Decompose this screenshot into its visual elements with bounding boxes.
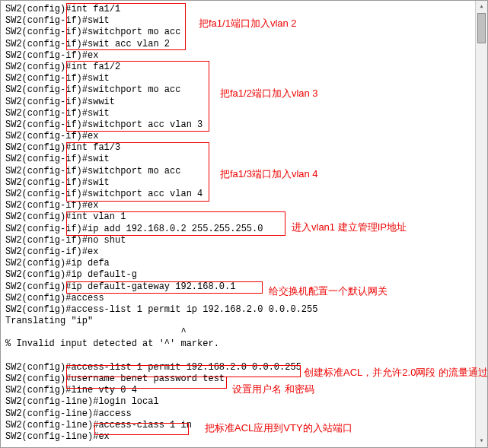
terminal-line: SW2(config)#int fa1/2 bbox=[5, 62, 483, 73]
terminal-line: SW2(config)#access-list 1 permit ip 192.… bbox=[5, 304, 483, 316]
terminal-line: SW2(config-line)#access bbox=[5, 408, 483, 420]
terminal-line bbox=[5, 351, 483, 362]
annotation-text: 进入vlan1 建立管理IP地址 bbox=[292, 221, 407, 234]
terminal-line: SW2(config-if)#ex bbox=[5, 50, 483, 62]
terminal-line: SW2(config-if)#switchport acc vlan 4 bbox=[5, 189, 483, 200]
terminal-line: SW2(config)#ip default-g bbox=[5, 269, 483, 281]
terminal-line: SW2(config-if)#switchport acc vlan 3 bbox=[5, 119, 483, 131]
terminal-line: Translating "ip" bbox=[5, 316, 483, 327]
annotation-text: 把fa1/3端口加入vlan 4 bbox=[220, 168, 318, 180]
terminal-line: SW2(config)#ip default-gateway 192.168.0… bbox=[5, 281, 483, 293]
annotation-text: 把标准ACL应用到VTY的入站端口 bbox=[205, 422, 352, 434]
annotation-text: 给交换机配置一个默认网关 bbox=[269, 285, 388, 297]
terminal-line: SW2(config-if)#ip add 192.168.0.2 255.25… bbox=[5, 224, 483, 235]
annotation-text: 创建标准ACL，并允许2.0网段 的流量通过 bbox=[304, 367, 488, 379]
terminal-line: ^ bbox=[5, 327, 483, 338]
terminal-line: SW2(config-if)#swit bbox=[5, 108, 483, 119]
terminal-line: SW2(config-if)#ex bbox=[5, 131, 483, 142]
terminal-line: % Invalid input detected at '^' marker. bbox=[5, 338, 483, 350]
terminal-line: SW2(config-if)#ex bbox=[5, 200, 483, 211]
terminal-line: SW2(config-if)#no shut bbox=[5, 235, 483, 246]
annotation-text: 把fa1/2端口加入vlan 3 bbox=[220, 87, 318, 100]
annotation-text: 设置用户名 和密码 bbox=[232, 383, 314, 396]
terminal-line: SW2(config-if)#swit acc vlan 2 bbox=[5, 39, 483, 50]
terminal-line: SW2(config-if)#swit bbox=[5, 73, 483, 84]
terminal-line: SW2(config)#int fa1/3 bbox=[5, 142, 483, 154]
terminal-line: SW2(config)#int vlan 1 bbox=[5, 211, 483, 223]
terminal-line: SW2(config)#access bbox=[5, 293, 483, 304]
annotation-text: 把fa1/1端口加入vlan 2 bbox=[199, 17, 297, 30]
terminal-line: SW2(config-if)#ex bbox=[5, 246, 483, 258]
terminal-line: SW2(config)#int fa1/1 bbox=[5, 4, 483, 15]
terminal-line: SW2(config)#ip defa bbox=[5, 258, 483, 269]
terminal-line: SW2(config-line)#login local bbox=[5, 396, 483, 408]
terminal-line: SW2(config-if)#swit bbox=[5, 154, 483, 165]
